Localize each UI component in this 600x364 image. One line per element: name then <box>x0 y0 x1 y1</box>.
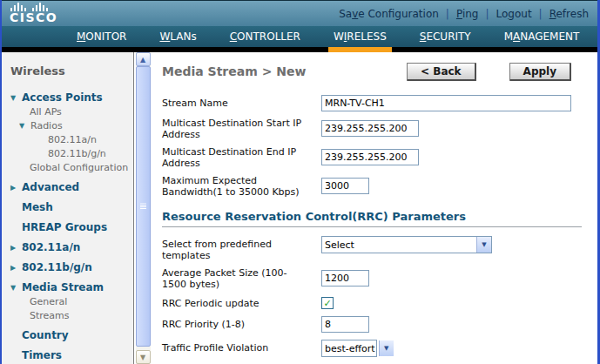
stream-name-input[interactable] <box>321 95 571 111</box>
sidebar-item-label: 802.11b/g/n <box>22 261 92 274</box>
apply-button[interactable]: Apply <box>509 63 571 81</box>
page-title: Media Stream > New <box>162 63 407 78</box>
sidebar-item-hreap-groups[interactable]: HREAP Groups <box>10 221 133 234</box>
sidebar: Wireless ▼Access PointsAll APs▼Radios802… <box>2 52 134 364</box>
traffic-violation-label: Traffic Profile Violation <box>162 340 321 354</box>
cisco-brand-text: CISCO <box>10 11 57 24</box>
chevron-down-icon[interactable]: ▼ <box>379 340 394 356</box>
link-separator: | <box>539 8 543 20</box>
nav-tab-management[interactable]: MANAGEMENT <box>499 26 585 47</box>
sidebar-item-all-aps[interactable]: All APs <box>10 105 133 118</box>
main-content: Media Stream > New < Back Apply Stream N… <box>152 52 597 364</box>
triangle-down-icon[interactable]: ▼ <box>10 281 22 294</box>
nav-tab-controller[interactable]: CONTROLLER <box>225 26 306 47</box>
nav-tab-wlans[interactable]: WLANs <box>154 26 201 47</box>
sidebar-item-802-11b-g-n[interactable]: 802.11b/g/n <box>10 147 133 160</box>
link-separator: | <box>446 8 449 20</box>
nav-tab-monitor[interactable]: MONITOR <box>71 26 131 47</box>
sidebar-tree: ▼Access PointsAll APs▼Radios802.11a/n802… <box>10 91 133 362</box>
sidebar-item-country[interactable]: Country <box>10 329 133 342</box>
link-separator: | <box>485 8 489 20</box>
scroll-up-button[interactable]: ▲ <box>136 52 151 66</box>
sidebar-item-global-configuration[interactable]: Global Configuration <box>10 161 133 174</box>
sidebar-item-label: Media Stream <box>22 281 104 294</box>
scrollbar-thumb[interactable] <box>136 66 151 347</box>
rrc-section-rule <box>162 226 582 227</box>
sidebar-item-media-stream[interactable]: ▼Media Stream <box>10 281 133 294</box>
triangle-right-icon[interactable]: ▶ <box>10 181 22 194</box>
sidebar-item-mesh[interactable]: Mesh <box>10 201 133 214</box>
rrc-periodic-update-label: RRC Periodic update <box>162 295 321 309</box>
sidebar-item-label: HREAP Groups <box>22 221 107 234</box>
wlc-window: CISCO Save Configuration|Ping|Logout|Ref… <box>0 0 600 364</box>
sidebar-item-802-11a-n[interactable]: ▶802.11a/n <box>10 241 133 254</box>
sidebar-item-label: 802.11a/n <box>22 241 80 254</box>
sidebar-item-label: 802.11b/g/n <box>48 147 106 160</box>
sidebar-item-label: Radios <box>30 119 63 132</box>
nav-tab-wireless[interactable]: WIRELESS <box>328 26 392 47</box>
sidebar-scroll-strip: ▲ ▼ <box>134 52 152 364</box>
rrc-priority-label: RRC Priority (1-8) <box>162 316 321 330</box>
triangle-down-icon[interactable]: ▼ <box>10 91 22 104</box>
rrc-section-title: Resource Reservation Control(RRC) Parame… <box>162 210 597 223</box>
sidebar-item-timers[interactable]: Timers <box>10 349 133 362</box>
max-bandwidth-input[interactable] <box>321 178 369 194</box>
sidebar-item-label: All APs <box>30 105 62 118</box>
templates-label: Select from predefined templates <box>162 236 321 261</box>
sidebar-item-label: Mesh <box>22 201 53 214</box>
sidebar-item-streams[interactable]: Streams <box>10 309 133 322</box>
traffic-violation-select[interactable]: best-effort ▼ <box>321 340 377 357</box>
rrc-periodic-update-checkbox[interactable]: ✓ <box>321 297 334 309</box>
sidebar-item-label: Global Configuration <box>30 161 128 174</box>
sidebar-item-label: Timers <box>22 349 62 362</box>
stream-name-label: Stream Name <box>162 95 321 109</box>
scroll-down-icon: ▼ <box>140 354 145 361</box>
max-bandwidth-label: Maximum Expected Bandwidth(1 to 35000 Kb… <box>162 172 321 198</box>
sidebar-item-label: Country <box>22 329 69 342</box>
sidebar-item-label: General <box>30 295 67 308</box>
nav-menu: MONITORWLANsCONTROLLERWIRELESSSECURITYMA… <box>2 26 597 47</box>
triangle-right-icon[interactable]: ▶ <box>10 241 22 254</box>
top-links: Save Configuration|Ping|Logout|Refresh <box>339 8 589 20</box>
templates-select-value: Select <box>322 237 476 253</box>
sidebar-scrollbar[interactable]: ▲ ▼ <box>136 52 151 364</box>
back-button[interactable]: < Back <box>407 63 476 81</box>
multicast-end-label: Multicast Destination End IP Address <box>162 144 321 169</box>
toplink-save-configuration[interactable]: Save Configuration <box>339 8 439 20</box>
scroll-up-icon: ▲ <box>140 56 145 64</box>
cisco-logo: CISCO <box>10 3 57 24</box>
sidebar-title: Wireless <box>10 64 133 78</box>
chevron-down-icon[interactable]: ▼ <box>476 237 491 253</box>
templates-select[interactable]: Select ▼ <box>321 236 492 253</box>
scroll-down-button[interactable]: ▼ <box>136 350 151 364</box>
toplink-refresh[interactable]: Refresh <box>549 8 589 20</box>
multicast-start-input[interactable] <box>321 120 419 137</box>
multicast-start-label: Multicast Destination Start IP Address <box>162 115 321 140</box>
sidebar-item-label: Streams <box>30 309 70 322</box>
top-bar: CISCO Save Configuration|Ping|Logout|Ref… <box>2 0 597 26</box>
multicast-end-input[interactable] <box>321 149 419 165</box>
triangle-right-icon[interactable]: ▶ <box>10 261 22 274</box>
sidebar-item-access-points[interactable]: ▼Access Points <box>10 91 133 104</box>
checkmark-icon: ✓ <box>323 299 331 308</box>
traffic-violation-select-value: best-effort <box>322 340 379 356</box>
sidebar-item-radios[interactable]: ▼Radios <box>10 119 133 132</box>
sidebar-item-label: Access Points <box>22 91 103 104</box>
avg-packet-label: Average Packet Size (100-1500 bytes) <box>162 265 321 290</box>
rrc-priority-input[interactable] <box>321 316 369 333</box>
avg-packet-input[interactable] <box>321 270 369 286</box>
sidebar-item-802-11b-g-n[interactable]: ▶802.11b/g/n <box>10 261 133 274</box>
sidebar-item-label: Advanced <box>22 181 79 194</box>
nav-tab-security[interactable]: SECURITY <box>415 26 476 47</box>
triangle-down-icon[interactable]: ▼ <box>19 119 30 132</box>
sidebar-item-general[interactable]: General <box>10 295 133 308</box>
sidebar-item-advanced[interactable]: ▶Advanced <box>10 181 133 194</box>
toplink-logout[interactable]: Logout <box>496 8 532 20</box>
sidebar-item-label: 802.11a/n <box>48 133 97 146</box>
toplink-ping[interactable]: Ping <box>456 8 479 20</box>
sidebar-item-802-11a-n[interactable]: 802.11a/n <box>10 133 133 146</box>
